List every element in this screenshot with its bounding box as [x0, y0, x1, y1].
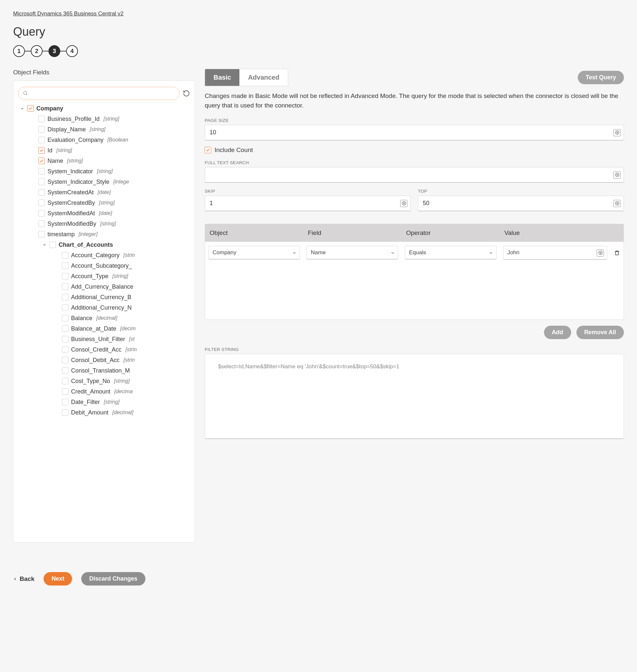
tree-checkbox[interactable]: [62, 336, 69, 342]
tree-type: [integer]: [78, 231, 97, 237]
tree-node[interactable]: Account_Subcategory_: [18, 261, 190, 271]
tree-node[interactable]: System_Indicator_Style[intege: [18, 177, 190, 187]
variable-icon[interactable]: ⓥ: [400, 200, 407, 207]
tree-label: Account_Subcategory_: [71, 262, 132, 269]
tree-node[interactable]: Business_Profile_Id[string]: [18, 114, 190, 124]
tree-node[interactable]: SystemCreatedAt[date]: [18, 187, 190, 198]
tree-checkbox[interactable]: [38, 231, 45, 237]
tree-checkbox[interactable]: [62, 315, 69, 321]
step-4[interactable]: 4: [66, 45, 78, 57]
tree-node[interactable]: Account_Type[string]: [18, 271, 190, 281]
tree-node[interactable]: Id[string]: [18, 145, 190, 156]
svg-point-0: [23, 91, 26, 94]
tab-advanced[interactable]: Advanced: [239, 69, 288, 86]
tree-node[interactable]: Display_Name[string]: [18, 124, 190, 135]
tree-node[interactable]: timestamp[integer]: [18, 229, 190, 240]
tree-node[interactable]: System_Indicator[string]: [18, 166, 190, 177]
tree-checkbox[interactable]: [62, 262, 69, 269]
tree-checkbox[interactable]: [38, 137, 45, 143]
step-3[interactable]: 3: [49, 45, 60, 57]
tree-node[interactable]: Balance_at_Date[decim: [18, 323, 190, 334]
tree-checkbox[interactable]: [62, 294, 69, 300]
tree-checkbox[interactable]: [62, 304, 69, 311]
variable-icon[interactable]: ⓥ: [614, 129, 621, 136]
tree-node[interactable]: Consol_Credit_Acc[strin: [18, 344, 190, 355]
tree-checkbox[interactable]: [62, 399, 69, 405]
tree-checkbox[interactable]: [62, 357, 69, 364]
filter-value-input[interactable]: [503, 246, 607, 260]
discard-changes-button[interactable]: Discard Changes: [81, 572, 145, 585]
tree-node[interactable]: Debit_Amount[decimal]: [18, 407, 190, 418]
step-1[interactable]: 1: [13, 45, 25, 57]
tree-node[interactable]: Credit_Amount[decima: [18, 386, 190, 397]
delete-row-icon[interactable]: [614, 250, 620, 256]
tree-checkbox[interactable]: [38, 210, 45, 216]
tree-node[interactable]: Consol_Translation_M: [18, 365, 190, 376]
tree-checkbox[interactable]: [38, 126, 45, 133]
remove-all-button[interactable]: Remove All: [577, 326, 624, 339]
variable-icon[interactable]: ⓥ: [597, 249, 604, 257]
caret-icon[interactable]: [42, 243, 47, 247]
tree-node[interactable]: Date_Filter[string]: [18, 397, 190, 407]
tree-checkbox[interactable]: [38, 116, 45, 122]
tree-node[interactable]: Add_Currency_Balance: [18, 281, 190, 292]
tree-checkbox[interactable]: [50, 242, 56, 248]
tree-node[interactable]: Name[string]: [18, 156, 190, 166]
tree-label: Name: [48, 158, 63, 164]
tree-node[interactable]: Account_Category[strin: [18, 250, 190, 261]
tree-checkbox[interactable]: [62, 252, 69, 259]
variable-icon[interactable]: ⓥ: [614, 171, 621, 179]
tree-node[interactable]: Evaluation_Company[Boolean: [18, 135, 190, 145]
tree-node[interactable]: SystemCreatedBy[string]: [18, 198, 190, 208]
tree-checkbox[interactable]: [62, 346, 69, 353]
include-count-checkbox[interactable]: [205, 147, 211, 153]
tree-checkbox[interactable]: [38, 168, 45, 175]
filter-field-select[interactable]: Name: [307, 246, 398, 260]
add-filter-button[interactable]: Add: [544, 326, 571, 339]
tree-checkbox[interactable]: [62, 273, 69, 280]
tree-type: [string]: [104, 116, 119, 122]
tree-checkbox[interactable]: [62, 388, 69, 395]
caret-icon[interactable]: [20, 106, 24, 110]
tree-node[interactable]: Cost_Type_No[string]: [18, 376, 190, 386]
tree-node[interactable]: Additional_Currency_B: [18, 292, 190, 302]
breadcrumb-link[interactable]: Microsoft Dynamics 365 Business Central …: [13, 11, 124, 17]
tree-checkbox[interactable]: [62, 325, 69, 332]
step-2[interactable]: 2: [31, 45, 42, 57]
tree-checkbox[interactable]: [38, 147, 45, 154]
tree-checkbox[interactable]: [62, 367, 69, 374]
tree-node[interactable]: SystemModifiedBy[string]: [18, 218, 190, 229]
tree-node[interactable]: Company: [18, 103, 190, 114]
tree-node[interactable]: Additional_Currency_N: [18, 302, 190, 313]
column-field: Field: [303, 224, 402, 242]
full-text-input[interactable]: [205, 167, 624, 183]
tree-label: SystemModifiedBy: [48, 220, 96, 227]
top-input[interactable]: [418, 196, 624, 211]
filter-operator-select[interactable]: Equals: [405, 246, 496, 260]
tree-label: Consol_Translation_M: [71, 367, 130, 374]
tree-checkbox[interactable]: [27, 105, 34, 112]
test-query-button[interactable]: Test Query: [578, 71, 624, 84]
refresh-icon[interactable]: [183, 90, 190, 97]
tree-checkbox[interactable]: [38, 199, 45, 206]
skip-input[interactable]: [205, 196, 411, 211]
filter-object-select[interactable]: Company: [208, 246, 300, 260]
field-search-input[interactable]: [18, 87, 180, 100]
tree-checkbox[interactable]: [38, 158, 45, 164]
page-size-input[interactable]: [205, 125, 624, 141]
tree-checkbox[interactable]: [62, 409, 69, 416]
tree-node[interactable]: Balance[decimal]: [18, 313, 190, 323]
variable-icon[interactable]: ⓥ: [614, 200, 621, 207]
tab-basic[interactable]: Basic: [205, 69, 239, 86]
tree-node[interactable]: Business_Unit_Filter[st: [18, 334, 190, 344]
tree-checkbox[interactable]: [62, 378, 69, 384]
next-button[interactable]: Next: [43, 572, 72, 585]
tree-checkbox[interactable]: [38, 179, 45, 185]
tree-checkbox[interactable]: [38, 189, 45, 196]
tree-checkbox[interactable]: [62, 283, 69, 290]
back-button[interactable]: Back: [13, 575, 34, 583]
tree-node[interactable]: Consol_Debit_Acc[strin: [18, 355, 190, 365]
tree-node[interactable]: Chart_of_Accounts: [18, 240, 190, 250]
tree-checkbox[interactable]: [38, 220, 45, 227]
tree-node[interactable]: SystemModifiedAt[date]: [18, 208, 190, 218]
